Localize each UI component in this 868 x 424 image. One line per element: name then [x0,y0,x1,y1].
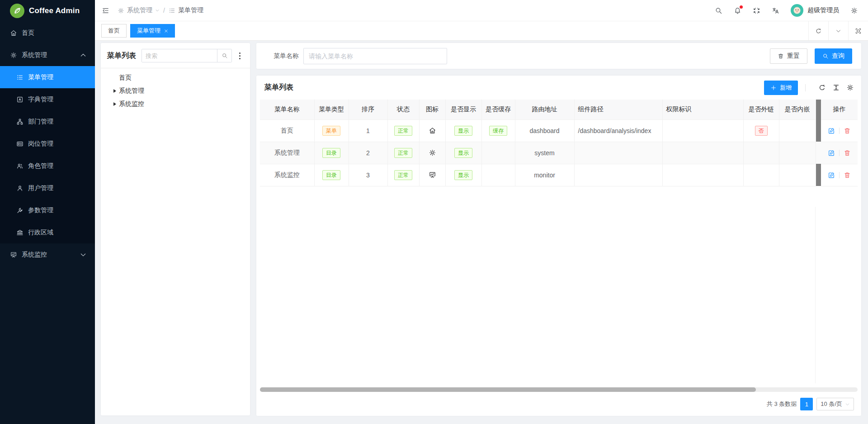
refresh-icon [818,84,826,91]
breadcrumb-label: 菜单管理 [178,6,203,14]
fixed-column-border [815,207,816,383]
content-fullscreen-button[interactable] [848,21,868,40]
sidebar-item-dict-mgmt[interactable]: 字典管理 [0,88,95,110]
reset-label: 重置 [787,52,800,60]
tab-options-button[interactable] [828,21,848,40]
vertical-scrollbar[interactable] [816,142,821,164]
sidebar-item-home[interactable]: 首页 [0,22,95,44]
sidebar-item-label: 部门管理 [28,118,53,126]
translate-icon[interactable] [772,7,779,14]
sidebar-item-role-mgmt[interactable]: 角色管理 [0,155,95,177]
app-title: Coffee Admin [29,6,80,15]
horizontal-scrollbar-thumb[interactable] [260,387,756,392]
cell-cache: 缓存 [481,119,515,142]
cell-type: 目录 [314,142,349,164]
cell-permission [662,119,743,142]
vertical-scrollbar[interactable] [816,164,821,186]
user-menu[interactable]: 超级管理员 [791,4,839,17]
chevron-down-icon [80,251,87,258]
tab-home[interactable]: 首页 [101,24,127,38]
breadcrumb-item-system[interactable]: 系统管理 [118,6,160,14]
table-toolbar: 新增 [764,81,854,95]
refresh-tab-button[interactable] [808,21,828,40]
cell-visible: 显示 [445,164,481,186]
add-button[interactable]: 新增 [764,81,798,95]
edit-icon [828,127,835,134]
delete-button[interactable] [844,172,851,179]
tree-node-label: 首页 [119,74,132,82]
menu-tree-panel: 菜单列表 首页 系统管理 [101,43,250,415]
visible-tag: 显示 [454,126,472,136]
type-tag: 目录 [322,170,340,180]
sidebar-item-label: 字典管理 [28,95,53,104]
sidebar-item-monitor[interactable]: 系统监控 [0,243,95,266]
tree-node-home[interactable]: 首页 [107,71,244,84]
row-density-button[interactable] [832,84,840,91]
fullscreen-icon[interactable] [753,7,760,14]
table-wrapper: 菜单名称 菜单类型 排序 状态 图标 是否显示 是否缓存 路由地址 组件路径 [256,100,861,186]
bank-icon [16,229,24,236]
edit-button[interactable] [828,127,835,134]
status-tag: 正常 [394,126,412,136]
tree-node-label: 系统管理 [119,87,144,95]
app-logo[interactable]: Coffee Admin [0,0,95,22]
query-field-label: 菜单名称 [267,52,299,60]
cell-component [574,164,662,186]
visible-tag: 显示 [454,148,472,158]
tree-node-monitor[interactable]: 系统监控 [107,97,244,110]
refresh-table-button[interactable] [818,84,826,91]
vertical-scrollbar[interactable] [816,100,821,119]
sidebar-item-region-mgmt[interactable]: 行政区域 [0,221,95,243]
cell-visible: 显示 [445,119,481,142]
gear-icon [118,7,124,14]
tree-more-button[interactable] [236,52,244,59]
tab-bar: 首页 菜单管理 [95,21,868,41]
tab-menu-mgmt[interactable]: 菜单管理 [130,24,175,38]
sidebar-item-menu-mgmt[interactable]: 菜单管理 [0,66,95,88]
delete-button[interactable] [844,149,851,157]
sidebar-item-param-mgmt[interactable]: 参数管理 [0,199,95,221]
page-button-1[interactable]: 1 [800,398,813,410]
search-button[interactable]: 查询 [815,48,852,64]
column-settings-button[interactable] [846,84,854,91]
expand-arrow-icon[interactable] [113,102,116,106]
col-header-type: 菜单类型 [314,100,349,119]
cell-status: 正常 [387,164,419,186]
cell-external [743,142,779,164]
sidebar-item-system[interactable]: 系统管理 [0,44,95,66]
query-actions: 重置 查询 [770,48,852,64]
close-icon[interactable] [164,29,168,33]
add-label: 新增 [780,84,792,92]
edit-button[interactable] [828,149,835,157]
chevron-down-icon [155,8,160,13]
sidebar-item-label: 角色管理 [28,162,53,170]
trash-icon [844,149,851,157]
notifications-button[interactable] [734,7,741,14]
cell-order: 3 [349,164,387,186]
search-icon[interactable] [715,7,722,14]
edit-button[interactable] [828,172,835,179]
sidebar-item-user-mgmt[interactable]: 用户管理 [0,177,95,199]
sidebar-item-label: 用户管理 [28,184,53,192]
table-row: 系统管理 目录 2 正常 显示 system [260,142,858,164]
table-header-row: 菜单名称 菜单类型 排序 状态 图标 是否显示 是否缓存 路由地址 组件路径 [260,100,858,119]
external-tag: 否 [755,126,768,136]
sidebar-item-dept-mgmt[interactable]: 部门管理 [0,110,95,133]
sidebar-item-post-mgmt[interactable]: 岗位管理 [0,133,95,155]
right-column: 菜单名称 重置 查询 [256,43,861,416]
top-header: 系统管理 / 菜单管理 超级管理员 [95,0,868,21]
tree-node-system[interactable]: 系统管理 [107,84,244,97]
menu-name-input[interactable] [303,48,447,64]
reset-button[interactable]: 重置 [770,48,807,64]
delete-button[interactable] [844,127,851,134]
settings-gear-icon[interactable] [850,7,858,14]
expand-arrow-icon[interactable] [113,89,116,93]
menu-fold-icon[interactable] [102,7,109,14]
tree-search-input[interactable] [142,49,217,62]
cell-icon [419,164,445,186]
page-size-select[interactable]: 10 条/页 [816,398,854,410]
plus-icon [770,85,777,91]
tree-search-button[interactable] [217,49,231,62]
vertical-scrollbar[interactable] [816,119,821,142]
gear-icon [10,52,17,59]
